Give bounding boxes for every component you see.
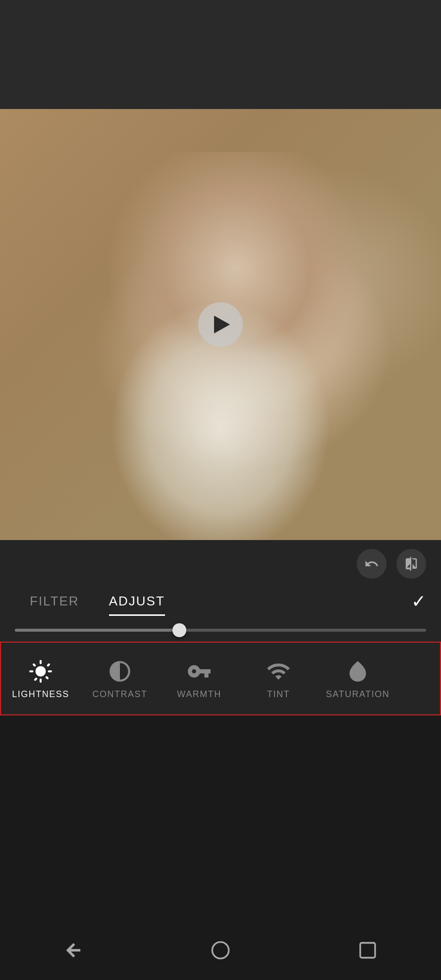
nav-recent-button[interactable]	[355, 938, 380, 963]
lightness-icon-container	[27, 657, 55, 685]
tint-label: TINT	[267, 689, 290, 700]
saturation-label: SATURATION	[326, 689, 389, 700]
slider-track[interactable]	[15, 629, 426, 632]
warmth-label: WARMTH	[177, 689, 221, 700]
slider-fill	[15, 629, 179, 632]
tint-icon-container	[265, 657, 292, 685]
drop-icon	[345, 659, 370, 684]
key-icon	[187, 659, 212, 684]
warmth-icon-container	[185, 657, 213, 685]
tab-filter[interactable]: FILTER	[15, 589, 94, 614]
tool-tint[interactable]: TINT	[239, 653, 318, 705]
compare-icon	[404, 556, 419, 571]
play-triangle-icon	[214, 316, 230, 333]
nav-back-button[interactable]	[61, 938, 86, 963]
home-icon	[211, 940, 230, 960]
icon-row	[0, 540, 441, 584]
tab-row: FILTER ADJUST ✓	[0, 584, 441, 619]
undo-button[interactable]	[357, 549, 386, 579]
lightness-label: LIGHTNESS	[12, 689, 69, 700]
nav-home-button[interactable]	[208, 938, 233, 963]
contrast-label: CONTRAST	[93, 689, 148, 700]
controls-area: FILTER ADJUST ✓ LIGHTNESS	[0, 540, 441, 715]
tool-saturation[interactable]: SATURATION	[318, 653, 397, 705]
compare-button[interactable]	[396, 549, 426, 579]
svg-rect-1	[360, 943, 375, 958]
checkmark-button[interactable]: ✓	[411, 591, 426, 612]
back-icon	[63, 940, 83, 960]
slider-area	[0, 619, 441, 637]
svg-point-0	[212, 942, 228, 958]
slider-thumb[interactable]	[172, 623, 186, 637]
video-preview[interactable]	[0, 109, 441, 540]
tab-adjust[interactable]: ADJUST	[94, 589, 180, 614]
sun-icon	[28, 659, 53, 684]
top-bar	[0, 0, 441, 109]
recent-icon	[358, 940, 378, 960]
undo-icon	[364, 556, 379, 571]
tool-warmth[interactable]: WARMTH	[160, 653, 239, 705]
saturation-icon-container	[344, 657, 372, 685]
contrast-icon-container	[106, 657, 134, 685]
play-button[interactable]	[198, 302, 243, 347]
wifi-icon	[266, 659, 291, 684]
tools-row: LIGHTNESS CONTRAST WARMTH	[0, 642, 441, 715]
tool-contrast[interactable]: CONTRAST	[80, 653, 160, 705]
nav-bar	[0, 921, 441, 980]
contrast-icon	[108, 659, 132, 684]
tool-lightness[interactable]: LIGHTNESS	[1, 653, 80, 705]
